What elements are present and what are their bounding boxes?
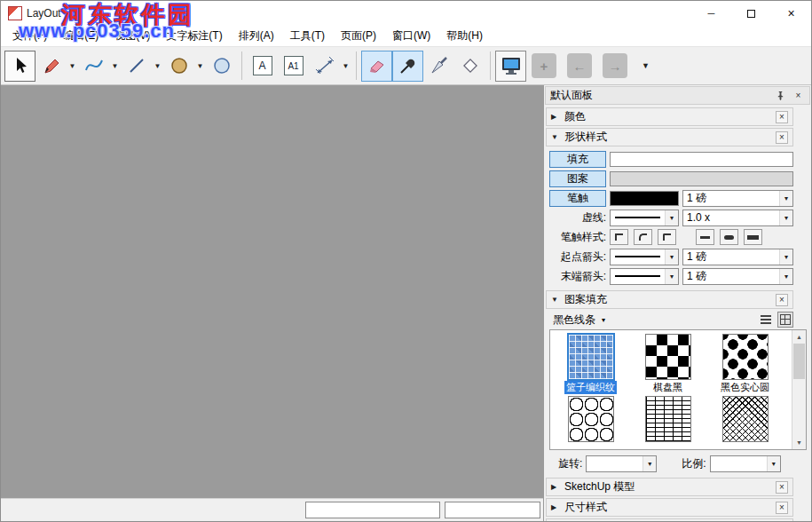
section-dimension-style-header[interactable]: ▶ 尺寸样式 ×	[546, 498, 793, 517]
minimize-button[interactable]: ─	[691, 1, 731, 26]
dash-pattern-combo[interactable]: ▾	[610, 210, 679, 226]
section-dimension-style-close-icon[interactable]: ×	[776, 502, 788, 514]
pattern-swatch[interactable]	[610, 171, 793, 186]
arc-tool-button[interactable]	[163, 51, 194, 82]
join-miter-button[interactable]	[610, 229, 628, 245]
menu-window[interactable]: 窗口(W)	[384, 26, 438, 46]
end-arrow-combo[interactable]: ▾	[610, 268, 679, 285]
section-sketchup-model-close-icon[interactable]: ×	[776, 481, 788, 494]
chevron-down-icon[interactable]: ▾	[779, 249, 792, 265]
menu-arrange[interactable]: 排列(A)	[231, 26, 282, 46]
menu-tools[interactable]: 工具(T)	[282, 26, 333, 46]
arc-tool-dropdown[interactable]: ▼	[194, 51, 206, 82]
pencil-tool-dropdown[interactable]: ▼	[67, 51, 78, 82]
section-color-close-icon[interactable]: ×	[776, 111, 788, 123]
previous-page-button[interactable]: ←	[567, 53, 592, 78]
pattern-scrollbar[interactable]: ▲ ▼	[792, 330, 806, 449]
dash-scale-combo[interactable]: 1.0 x ▾	[682, 210, 793, 226]
split-tool-button[interactable]	[423, 51, 454, 82]
pattern-item[interactable]: 棋盘黑	[629, 334, 706, 394]
dimension-tool-button[interactable]	[309, 51, 340, 82]
section-color-header[interactable]: ▶ 颜色 ×	[546, 107, 793, 126]
section-pattern-fill-close-icon[interactable]: ×	[776, 294, 788, 306]
pattern-swatch-basket[interactable]	[568, 334, 614, 380]
eyedropper-tool-button[interactable]	[392, 51, 423, 82]
eraser-tool-button[interactable]	[361, 51, 392, 82]
add-page-button[interactable]: +	[532, 53, 556, 78]
menu-text[interactable]: 文字标注(T)	[158, 26, 230, 46]
section-sketchup-model-header[interactable]: ▶ SketchUp 模型 ×	[546, 478, 793, 496]
circle-tool-button[interactable]	[206, 51, 237, 82]
zoom-input[interactable]	[445, 502, 540, 518]
section-shape-style-close-icon[interactable]: ×	[776, 131, 788, 144]
end-arrow-width-combo[interactable]: 1 磅 ▾	[682, 268, 793, 285]
pattern-item[interactable]	[552, 396, 629, 442]
dimension-tool-dropdown[interactable]: ▼	[340, 51, 351, 82]
scrollbar-thumb[interactable]	[793, 344, 805, 379]
line-tool-dropdown[interactable]: ▼	[152, 51, 163, 82]
section-text-style-header[interactable]: ▶ 文字样式 ×	[546, 518, 793, 521]
cap-round-button[interactable]	[720, 229, 738, 245]
toolbar-overflow-icon[interactable]: ▼	[642, 61, 650, 70]
menu-edit[interactable]: 编辑(E)	[55, 26, 106, 46]
pattern-swatch-dots[interactable]	[722, 334, 769, 380]
chevron-down-icon[interactable]: ▾	[767, 456, 780, 471]
chevron-down-icon[interactable]: ▾	[779, 210, 792, 225]
pattern-swatch-herringbone[interactable]	[645, 396, 691, 442]
grid-view-button[interactable]	[777, 312, 793, 328]
chevron-down-icon[interactable]: ▾	[779, 191, 792, 206]
chevron-down-icon[interactable]: ▾	[779, 269, 792, 284]
section-pattern-fill-header[interactable]: ▼ 图案填充 ×	[546, 290, 793, 309]
next-page-button[interactable]: →	[603, 53, 627, 78]
section-shape-style-header[interactable]: ▼ 形状样式 ×	[546, 128, 793, 146]
cap-flat-button[interactable]	[696, 229, 714, 245]
pattern-item[interactable]	[629, 396, 706, 442]
maximize-button[interactable]	[731, 1, 771, 26]
pattern-item[interactable]: 篮子编织纹	[552, 334, 629, 394]
line-tool-button[interactable]	[121, 51, 152, 82]
panel-header[interactable]: 默认面板 ×	[545, 86, 810, 105]
scale-combo[interactable]: ▾	[710, 455, 781, 472]
close-button[interactable]: ×	[771, 1, 811, 26]
start-arrow-combo[interactable]: ▾	[610, 249, 679, 265]
join-bevel-button[interactable]	[658, 229, 676, 245]
pin-icon[interactable]	[774, 89, 787, 102]
pattern-item[interactable]: 黑色实心圆	[706, 334, 784, 394]
rotation-combo[interactable]: ▾	[586, 455, 657, 472]
menu-pages[interactable]: 页面(P)	[333, 26, 384, 46]
pattern-swatch-circles[interactable]	[568, 396, 614, 442]
chevron-down-icon[interactable]: ▾	[665, 210, 678, 225]
panel-close-icon[interactable]: ×	[792, 89, 805, 102]
stroke-toggle-button[interactable]: 笔触	[549, 190, 606, 207]
stroke-width-combo[interactable]: 1 磅 ▾	[682, 190, 793, 207]
menu-help[interactable]: 帮助(H)	[438, 26, 491, 46]
start-presentation-button[interactable]	[495, 51, 526, 82]
pattern-swatch-checker[interactable]	[645, 334, 691, 380]
fill-toggle-button[interactable]: 填充	[549, 151, 606, 168]
menu-file[interactable]: 文件(F)	[4, 26, 55, 46]
join-tool-button[interactable]	[454, 51, 485, 82]
pattern-item[interactable]	[706, 396, 784, 442]
pattern-toggle-button[interactable]: 图案	[549, 170, 606, 187]
select-tool-button[interactable]	[4, 51, 35, 82]
chevron-down-icon[interactable]: ▾	[643, 456, 656, 471]
label-tool-button[interactable]: A1	[278, 51, 309, 82]
scroll-down-icon[interactable]: ▼	[792, 436, 806, 449]
scrollbar-track[interactable]	[792, 379, 806, 436]
stroke-color-swatch[interactable]	[610, 191, 679, 206]
freehand-tool-dropdown[interactable]: ▼	[109, 51, 121, 82]
pattern-category-dropdown[interactable]: 黑色线条 ▾	[549, 312, 609, 328]
pencil-tool-button[interactable]	[35, 51, 67, 82]
pattern-swatch-diagonal-weave[interactable]	[722, 396, 769, 442]
scroll-up-icon[interactable]: ▲	[792, 330, 806, 344]
start-arrow-width-combo[interactable]: 1 磅 ▾	[682, 249, 793, 265]
text-tool-button[interactable]: A	[247, 51, 278, 82]
cap-square-button[interactable]	[744, 229, 762, 245]
measurement-input[interactable]	[305, 502, 440, 518]
chevron-down-icon[interactable]: ▾	[665, 249, 678, 265]
menu-view[interactable]: 视图(V)	[106, 26, 158, 46]
join-round-button[interactable]	[634, 229, 652, 245]
chevron-down-icon[interactable]: ▾	[665, 269, 678, 284]
canvas[interactable]	[1, 85, 543, 498]
list-view-button[interactable]	[758, 312, 774, 328]
